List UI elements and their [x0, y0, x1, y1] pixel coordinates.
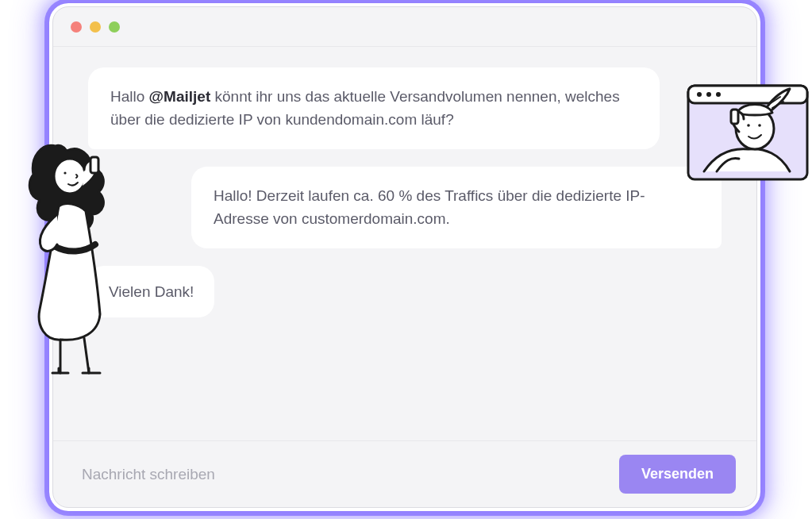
window-minimize-icon[interactable] [90, 21, 101, 33]
chat-thread: Hallo @Mailjet könnt ihr uns das aktuell… [53, 47, 756, 440]
message-incoming-1: Hallo @Mailjet könnt ihr uns das aktuell… [88, 67, 660, 149]
message-text-prefix: Hallo [110, 88, 149, 105]
message-composer: Versenden [53, 440, 756, 507]
message-input[interactable] [82, 466, 619, 483]
message-incoming-2: Vielen Dank! [88, 266, 214, 317]
window-maximize-icon[interactable] [109, 21, 120, 33]
window-close-icon[interactable] [71, 21, 82, 33]
message-outgoing-1: Hallo! Derzeit laufen ca. 60 % des Traff… [191, 167, 722, 248]
window-titlebar [53, 7, 756, 47]
chat-window: Hallo @Mailjet könnt ihr uns das aktuell… [52, 6, 757, 508]
mention-mailjet[interactable]: @Mailjet [149, 88, 211, 105]
send-button[interactable]: Versenden [619, 455, 736, 494]
message-text: Hallo! Derzeit laufen ca. 60 % des Traff… [214, 187, 645, 227]
message-text: Vielen Dank! [109, 283, 194, 300]
